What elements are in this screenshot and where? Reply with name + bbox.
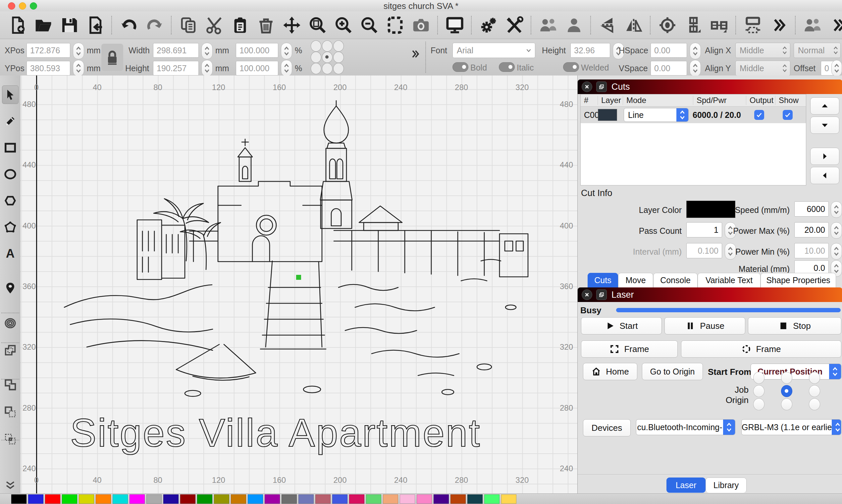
distribute-horizontal-button[interactable] — [706, 15, 732, 36]
frame-selection-button[interactable] — [382, 15, 408, 36]
zoom-page-button[interactable] — [305, 15, 330, 36]
frame-circle-button[interactable]: Frame — [681, 340, 841, 358]
undo-button[interactable] — [116, 15, 142, 36]
col-layer[interactable]: Layer — [598, 96, 623, 105]
resize-tool-button[interactable] — [740, 15, 766, 36]
boolean-union-tool[interactable] — [2, 376, 19, 394]
output-checkbox[interactable] — [754, 110, 764, 120]
job-origin-radio-0-2[interactable] — [809, 372, 820, 384]
job-origin-radio-2-1[interactable] — [781, 398, 792, 410]
open-button[interactable] — [31, 15, 56, 36]
church-line-drawing[interactable]: Sitges Villa Apartment — [20, 75, 577, 493]
aspect-lock-button[interactable] — [101, 44, 123, 71]
layer-assign-right-button[interactable] — [810, 148, 839, 165]
delete-button[interactable] — [253, 15, 279, 36]
camera-button[interactable] — [408, 15, 434, 36]
toolbar-overflow-icon[interactable] — [409, 48, 421, 60]
bottom-tab-library[interactable]: Library — [705, 478, 747, 493]
cuts-panel-header[interactable]: Cuts — [578, 79, 842, 94]
ypos-input[interactable] — [26, 61, 70, 75]
redo-button[interactable] — [142, 15, 167, 36]
job-origin-radio-2-0[interactable] — [753, 398, 765, 410]
speed-stepper[interactable] — [831, 201, 842, 218]
edit-nodes-tool[interactable] — [2, 218, 19, 236]
hspace-input[interactable] — [650, 43, 687, 58]
job-origin-radio-1-1[interactable] — [781, 385, 792, 397]
boolean-intersect-tool[interactable] — [2, 430, 19, 448]
engrave-text[interactable]: Sitges Villa Apartment — [70, 411, 481, 455]
chevrons-right-button[interactable] — [825, 15, 842, 36]
position-pin-tool[interactable] — [2, 279, 19, 298]
select-arrow-tool[interactable] — [2, 86, 19, 104]
import-button[interactable] — [82, 15, 108, 36]
rectangle-tool[interactable] — [2, 139, 19, 157]
users-button[interactable] — [535, 15, 561, 36]
ellipse-tool[interactable] — [2, 165, 19, 183]
align-y-dropdown[interactable]: Middle — [735, 60, 790, 76]
power-max-input[interactable] — [794, 222, 829, 237]
paste-button[interactable] — [227, 15, 253, 36]
palette-color[interactable] — [11, 494, 26, 504]
flip-horizontal-button[interactable] — [621, 15, 647, 36]
width-input[interactable] — [153, 43, 199, 58]
palette-color[interactable] — [366, 494, 381, 504]
palette-color[interactable] — [180, 494, 195, 504]
start-button[interactable]: Start — [581, 317, 662, 335]
power-max-stepper[interactable] — [831, 222, 842, 239]
xpos-stepper[interactable] — [73, 43, 84, 59]
weld-mode-dropdown[interactable]: Normal — [794, 43, 841, 58]
close-icon[interactable] — [581, 289, 592, 300]
width-percent-stepper[interactable] — [281, 43, 292, 59]
new-file-button[interactable] — [5, 15, 31, 36]
xpos-input[interactable] — [26, 43, 70, 58]
italic-toggle[interactable] — [499, 62, 515, 72]
zoom-out-button[interactable] — [356, 15, 382, 36]
cut-layer-color-swatch[interactable] — [686, 201, 735, 218]
go-to-origin-button[interactable]: Go to Origin — [642, 363, 703, 380]
palette-color[interactable] — [146, 494, 162, 504]
palette-color[interactable] — [248, 494, 263, 504]
copy-button[interactable] — [176, 15, 201, 36]
palette-color[interactable] — [113, 494, 128, 504]
job-origin-radio-0-1[interactable] — [781, 372, 792, 384]
palette-color[interactable] — [62, 494, 77, 504]
job-origin-radio-1-0[interactable] — [753, 385, 765, 397]
text-tool[interactable]: A — [2, 245, 19, 263]
palette-color[interactable] — [484, 494, 500, 504]
pan-button[interactable] — [279, 15, 305, 36]
home-button[interactable]: Home — [583, 363, 637, 380]
palette-color[interactable] — [163, 494, 179, 504]
palette-color[interactable] — [383, 494, 398, 504]
tab-cuts[interactable]: Cuts — [588, 273, 618, 287]
job-origin-radio-2-2[interactable] — [809, 398, 820, 410]
speed-input[interactable] — [794, 201, 829, 217]
height-input[interactable] — [153, 61, 199, 75]
palette-color[interactable] — [265, 494, 280, 504]
palette-color[interactable] — [28, 494, 43, 504]
show-checkbox[interactable] — [783, 110, 793, 120]
users-button[interactable] — [800, 15, 825, 36]
height-stepper[interactable] — [201, 60, 213, 76]
hspace-stepper[interactable] — [689, 43, 701, 59]
polygon-tool[interactable] — [2, 192, 19, 210]
height-percent-stepper[interactable] — [281, 60, 292, 76]
devices-button[interactable]: Devices — [583, 419, 631, 436]
monitor-button[interactable] — [442, 15, 468, 36]
chevrons-right-button[interactable] — [766, 15, 792, 36]
bold-toggle[interactable] — [452, 62, 468, 72]
palette-color[interactable] — [450, 494, 466, 504]
device-dropdown[interactable]: GRBL-M3 (1.1e or earlie — [741, 419, 841, 435]
width-stepper[interactable] — [201, 43, 213, 59]
undock-icon[interactable] — [596, 289, 607, 300]
vspace-stepper[interactable] — [689, 60, 701, 76]
distribute-vertical-button[interactable] — [680, 15, 706, 36]
col-number[interactable]: # — [581, 96, 598, 105]
palette-color[interactable] — [79, 494, 94, 504]
chevron-collapse-tool[interactable] — [2, 475, 19, 494]
align-x-dropdown[interactable]: Middle — [735, 43, 790, 58]
offset-stepper[interactable] — [831, 60, 842, 76]
palette-color[interactable] — [299, 494, 314, 504]
layer-move-down-button[interactable] — [810, 116, 839, 134]
layer-assign-left-button[interactable] — [810, 167, 839, 184]
palette-color[interactable] — [45, 494, 60, 504]
